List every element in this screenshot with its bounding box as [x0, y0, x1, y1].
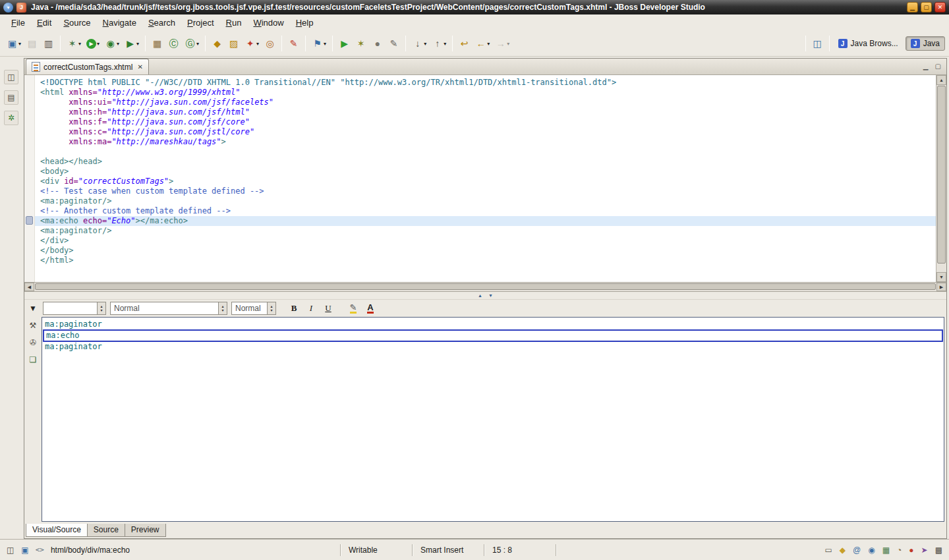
menu-source[interactable]: Source [57, 16, 96, 30]
run-coverage-button[interactable]: ◉▾ [102, 35, 122, 53]
source-code[interactable]: <!DOCTYPE html PUBLIC "-//W3C//DTD XHTML… [35, 75, 936, 282]
fast-view-icon[interactable]: ▭ [825, 546, 832, 555]
annotation-marker[interactable] [26, 216, 33, 225]
new-wizard-menu-button[interactable]: Ⓖ▾ [182, 35, 202, 53]
code-line-6[interactable]: xmlns:c="http://java.sun.com/jstl/core" [35, 127, 936, 137]
new-test-button[interactable]: ✶ [353, 35, 369, 53]
run-small-button[interactable]: ▶ [336, 35, 353, 53]
horizontal-scroll-thumb[interactable] [35, 283, 936, 290]
tab-visual-source[interactable]: Visual/Source [26, 524, 88, 537]
perspective-java-brows-[interactable]: JJava Brows... [833, 36, 904, 51]
bold-button[interactable]: B [287, 301, 301, 316]
close-button[interactable]: ✕ [935, 2, 946, 13]
editor-tab[interactable]: correctCustomTags.xhtml ✕ [26, 59, 149, 74]
sash-down-icon[interactable]: ▼ [488, 293, 493, 298]
pin-editor-button[interactable]: ⚑▾ [309, 35, 329, 53]
paragraph-format-combo[interactable]: Normal▴▾ [110, 302, 227, 315]
new-wizard-button[interactable]: ▣▾ [4, 35, 24, 53]
horizontal-scrollbar[interactable]: ◀ ▶ [24, 283, 946, 292]
editor-list-button[interactable]: ▤ [4, 90, 18, 105]
maximize-view-icon[interactable]: ▢ [935, 63, 941, 70]
sash-up-icon[interactable]: ▲ [478, 293, 482, 298]
highlighter-button[interactable]: ✎ [285, 35, 302, 53]
code-line-19[interactable]: </html> [35, 256, 936, 266]
vpe-menu-icon[interactable]: ▼ [29, 304, 37, 313]
mail-icon[interactable]: @ [853, 546, 861, 555]
code-line-15[interactable]: <ma:echo echo="Echo"></ma:echo> [35, 216, 936, 226]
code-line-10[interactable]: <body> [35, 167, 936, 177]
menu-project[interactable]: Project [181, 16, 219, 30]
code-line-1[interactable]: <!DOCTYPE html PUBLIC "-//W3C//DTD XHTML… [35, 78, 936, 88]
search-menu-button[interactable]: ✦▾ [242, 35, 262, 53]
code-line-3[interactable]: xmlns:ui="http://java.sun.com/jsf/facele… [35, 98, 936, 107]
pane-splitter[interactable]: ▲ ▼ [24, 292, 946, 300]
spinner-icon[interactable]: ▴▾ [97, 302, 105, 314]
code-line-14[interactable]: <!-- Another custom template defined --> [35, 206, 936, 216]
last-edit-location-button[interactable]: ↩ [456, 35, 473, 53]
external-tools-button[interactable]: ▶▾ [122, 35, 142, 53]
menu-run[interactable]: Run [220, 16, 248, 30]
menu-navigate[interactable]: Navigate [97, 16, 142, 30]
breadcrumb[interactable]: html/body/div/ma:echo [51, 546, 130, 555]
menu-search[interactable]: Search [142, 16, 181, 30]
font-color-button[interactable]: A [363, 301, 378, 316]
code-line-9[interactable]: <head></head> [35, 157, 936, 167]
back-button[interactable]: ←▾ [473, 35, 492, 53]
code-line-4[interactable]: xmlns:h="http://java.sun.com/jsf/html" [35, 107, 936, 117]
menu-window[interactable]: Window [247, 16, 289, 30]
menu-help[interactable]: Help [290, 16, 320, 30]
error-icon[interactable]: ● [909, 546, 913, 555]
target-icon[interactable]: ◉ [868, 546, 875, 555]
code-line-2[interactable]: <html xmlns="http://www.w3.org/1999/xhtm… [35, 88, 936, 98]
view-tree-button[interactable]: ✲ [4, 111, 18, 125]
vertical-scrollbar[interactable]: ▲ ▼ [936, 75, 946, 282]
launch-icon[interactable]: ➤ [921, 546, 928, 555]
vpe-element-ma-paginator[interactable]: ma:paginator [43, 320, 943, 329]
vpe-canvas[interactable]: ma:paginatorma:echoma:paginator [42, 317, 944, 522]
code-line-5[interactable]: xmlns:f="http://java.sun.com/jsf/core" [35, 117, 936, 127]
editor-trim-icon[interactable]: ◫ [7, 546, 14, 555]
restore-view-button[interactable]: ◫ [4, 70, 18, 84]
stop-button[interactable]: ● [369, 35, 386, 53]
italic-button[interactable]: I [304, 301, 318, 316]
code-line-16[interactable]: <ma:paginator/> [35, 226, 936, 236]
scroll-up-icon[interactable]: ▲ [936, 75, 946, 85]
clock-icon[interactable]: ◔ [897, 546, 902, 555]
next-annotation-button[interactable]: ↓▾ [409, 35, 429, 53]
debug-button[interactable]: ✶▾ [64, 35, 84, 53]
menu-file[interactable]: File [5, 16, 31, 30]
annotate-button[interactable]: ✎ [386, 35, 402, 53]
code-line-18[interactable]: </body> [35, 246, 936, 256]
console-icon[interactable]: ▦ [882, 546, 890, 555]
perspective-java[interactable]: JJava [906, 36, 945, 51]
vertical-scroll-thumb[interactable] [937, 86, 946, 264]
code-line-11[interactable]: <div id="correctCustomTags"> [35, 177, 936, 186]
scroll-left-icon[interactable]: ◀ [24, 283, 34, 291]
open-perspective-button[interactable]: ◫ [809, 35, 826, 53]
preferences-icon[interactable]: ⚒ [30, 321, 37, 330]
tab-preview[interactable]: Preview [125, 524, 166, 537]
spinner-icon[interactable]: ▴▾ [218, 302, 227, 314]
web-artifact-button[interactable]: ◎ [262, 35, 278, 53]
link-tags-icon[interactable]: ✇ [30, 338, 36, 347]
minimize-button[interactable]: ▁ [907, 2, 918, 13]
vpe-element-ma-echo[interactable]: ma:echo [43, 329, 943, 342]
minimize-view-icon[interactable]: ▁ [923, 63, 929, 70]
code-line-8[interactable] [35, 147, 936, 157]
code-line-7[interactable]: xmlns:ma="http://mareshkau/tags"> [35, 137, 936, 147]
web-folder-button[interactable]: ▨ [225, 35, 242, 53]
tab-source[interactable]: Source [87, 524, 125, 537]
scroll-right-icon[interactable]: ▶ [936, 283, 946, 291]
code-line-13[interactable]: <ma:paginator/> [35, 196, 936, 206]
jar-button[interactable]: ◆ [209, 35, 225, 53]
save-trim-icon[interactable]: ▣ [21, 546, 28, 555]
annotation-ruler[interactable] [24, 75, 35, 282]
code-line-17[interactable]: </div> [35, 236, 936, 246]
font-size-combo[interactable]: Normal▴▾ [231, 302, 276, 315]
menu-edit[interactable]: Edit [31, 16, 57, 30]
previous-annotation-button[interactable]: ↑▾ [429, 35, 449, 53]
vpe-element-ma-paginator[interactable]: ma:paginator [43, 342, 943, 352]
print-button[interactable]: ▥ [40, 35, 57, 53]
run-button[interactable]: ▶▾ [84, 35, 102, 53]
highlight-color-button[interactable]: ✎ [346, 301, 360, 316]
